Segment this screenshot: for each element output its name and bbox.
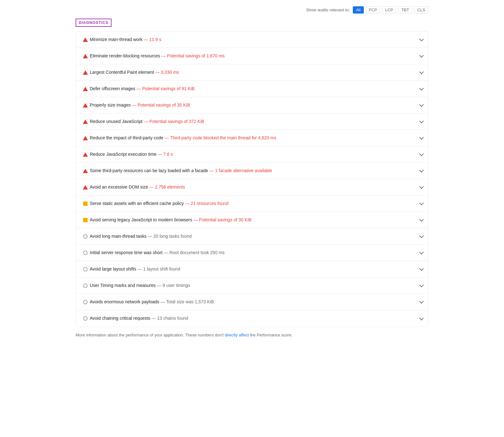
audit-item-long-main-thread-tasks[interactable]: Avoid long main-thread tasks — 20 long t… (76, 228, 428, 245)
audit-item-cache-policy[interactable]: Serve static assets with an efficient ca… (76, 195, 428, 212)
audit-detail: — 9 user timings (156, 283, 190, 288)
audit-title: Some third-party resources can be lazy l… (90, 168, 208, 173)
circle-pass-icon (83, 283, 88, 288)
chevron-down-icon (419, 168, 424, 172)
audit-detail: — Potential savings of 30 KiB (192, 217, 251, 222)
audit-title: Avoid serving legacy JavaScript to moder… (90, 217, 192, 222)
filter-all[interactable]: All (353, 6, 364, 14)
square-warning-icon (83, 201, 88, 206)
circle-pass-icon (83, 251, 88, 255)
triangle-warning-icon (83, 136, 88, 140)
footer-text-before: More information about the performance o… (76, 333, 225, 337)
triangle-warning-icon (83, 119, 88, 124)
audit-detail: — Potential savings of 1,670 ms (160, 53, 225, 58)
audit-detail: — 2,758 elements (148, 184, 185, 189)
audit-detail: — Total size was 1,573 KiB (159, 299, 214, 304)
audit-title: Avoid chaining critical requests (90, 316, 150, 321)
audit-item-largest-contentful-paint[interactable]: Largest Contentful Paint element — 3,330… (76, 64, 428, 81)
diagnostics-section-label: DIAGNOSTICS (76, 19, 112, 27)
chevron-down-icon (419, 53, 424, 58)
chevron-down-icon (419, 70, 424, 74)
circle-pass-icon (83, 234, 88, 239)
audit-item-properly-size-images[interactable]: Properly size images — Potential savings… (76, 97, 428, 114)
footer-text-after: the Performance score. (249, 333, 293, 337)
triangle-warning-icon (83, 70, 88, 75)
chevron-down-icon (419, 316, 424, 320)
chevron-down-icon (419, 102, 424, 107)
triangle-warning-icon (83, 152, 88, 157)
audit-item-user-timing[interactable]: User Timing marks and measures — 9 user … (76, 277, 428, 294)
audit-title: Serve static assets with an efficient ca… (90, 201, 184, 206)
audit-title: Avoids enormous network payloads (90, 299, 159, 304)
chevron-down-icon (419, 86, 424, 90)
audit-item-reduce-js-execution[interactable]: Reduce JavaScript execution time — 7.6 s (76, 146, 428, 163)
filter-bar: Show audits relevant to: All FCP LCP TBT… (76, 6, 428, 14)
audit-detail: — 21 resources found (184, 201, 229, 206)
audit-title: Avoid large layout shifts (90, 266, 136, 271)
audit-title: Eliminate render-blocking resources (90, 53, 160, 58)
audit-item-defer-offscreen-images[interactable]: Defer offscreen images — Potential savin… (76, 81, 428, 97)
circle-pass-icon (83, 267, 88, 271)
audit-detail: — Potential savings of 91 KiB (135, 86, 194, 91)
audit-detail: — 7.6 s (157, 152, 173, 157)
audit-detail: — 11.9 s (142, 37, 161, 42)
audit-item-reduce-unused-javascript[interactable]: Reduce unused JavaScript — Potential sav… (76, 114, 428, 130)
chevron-down-icon (419, 250, 424, 254)
audit-title: Reduce the impact of third-party code (90, 135, 163, 140)
audit-item-lazy-load-facade[interactable]: Some third-party resources can be lazy l… (76, 163, 428, 179)
audit-title: User Timing marks and measures (90, 283, 156, 288)
chevron-down-icon (419, 119, 424, 123)
chevron-down-icon (419, 266, 424, 271)
audit-title: Reduce JavaScript execution time (90, 152, 157, 157)
triangle-warning-icon (83, 169, 88, 173)
audit-detail: — Third-party code blocked the main thre… (163, 135, 276, 140)
audit-detail: — Potential savings of 372 KiB (142, 119, 204, 124)
audit-detail: — Potential savings of 35 KiB (131, 102, 190, 108)
square-warning-icon (83, 218, 88, 222)
audit-title: Reduce unused JavaScript (90, 119, 142, 124)
audit-item-server-response-time[interactable]: Initial server response time was short —… (76, 245, 428, 261)
circle-pass-icon (83, 300, 88, 304)
filter-cls[interactable]: CLS (414, 6, 428, 14)
triangle-warning-icon (83, 185, 88, 189)
triangle-warning-icon (83, 103, 88, 108)
chevron-down-icon (419, 283, 424, 287)
audit-detail: — 1 layout shift found (136, 266, 180, 271)
triangle-warning-icon (83, 87, 88, 91)
filter-lcp[interactable]: LCP (382, 6, 396, 14)
chevron-down-icon (419, 135, 424, 140)
audit-title: Largest Contentful Paint element (90, 70, 154, 75)
audit-title: Properly size images (90, 102, 131, 108)
triangle-warning-icon (83, 54, 88, 58)
audit-list: Minimize main-thread work — 11.9 sElimin… (76, 31, 428, 327)
audit-item-large-layout-shifts[interactable]: Avoid large layout shifts — 1 layout shi… (76, 261, 428, 277)
filter-tbt[interactable]: TBT (398, 6, 412, 14)
audit-item-minimize-main-thread[interactable]: Minimize main-thread work — 11.9 s (76, 32, 428, 48)
audit-detail: — 20 long tasks found (146, 234, 192, 239)
chevron-down-icon (419, 37, 424, 41)
circle-pass-icon (83, 316, 88, 321)
audit-item-legacy-javascript[interactable]: Avoid serving legacy JavaScript to moder… (76, 212, 428, 228)
filter-fcp[interactable]: FCP (366, 6, 380, 14)
audit-title: Avoid an excessive DOM size (90, 184, 148, 189)
show-audits-label: Show audits relevant to: (306, 8, 350, 12)
audit-detail: — 3,330 ms (154, 70, 179, 75)
audit-title: Initial server response time was short (90, 250, 163, 255)
audit-item-third-party-code[interactable]: Reduce the impact of third-party code — … (76, 130, 428, 146)
chevron-down-icon (419, 234, 424, 238)
audit-item-eliminate-render-blocking[interactable]: Eliminate render-blocking resources — Po… (76, 48, 428, 64)
triangle-warning-icon (83, 38, 88, 42)
audit-item-excessive-dom-size[interactable]: Avoid an excessive DOM size — 2,758 elem… (76, 179, 428, 195)
audit-detail: — 13 chains found (150, 316, 188, 321)
audit-item-critical-requests[interactable]: Avoid chaining critical requests — 13 ch… (76, 310, 428, 327)
chevron-down-icon (419, 201, 424, 205)
audit-title: Avoid long main-thread tasks (90, 234, 146, 239)
audit-detail: — Root document took 250 ms (163, 250, 225, 255)
chevron-down-icon (419, 184, 424, 189)
footer-link[interactable]: directly affect (225, 333, 249, 337)
chevron-down-icon (419, 217, 424, 222)
audit-title: Defer offscreen images (90, 86, 135, 91)
audit-item-network-payloads[interactable]: Avoids enormous network payloads — Total… (76, 294, 428, 310)
chevron-down-icon (419, 152, 424, 156)
footer-note: More information about the performance o… (76, 327, 428, 345)
